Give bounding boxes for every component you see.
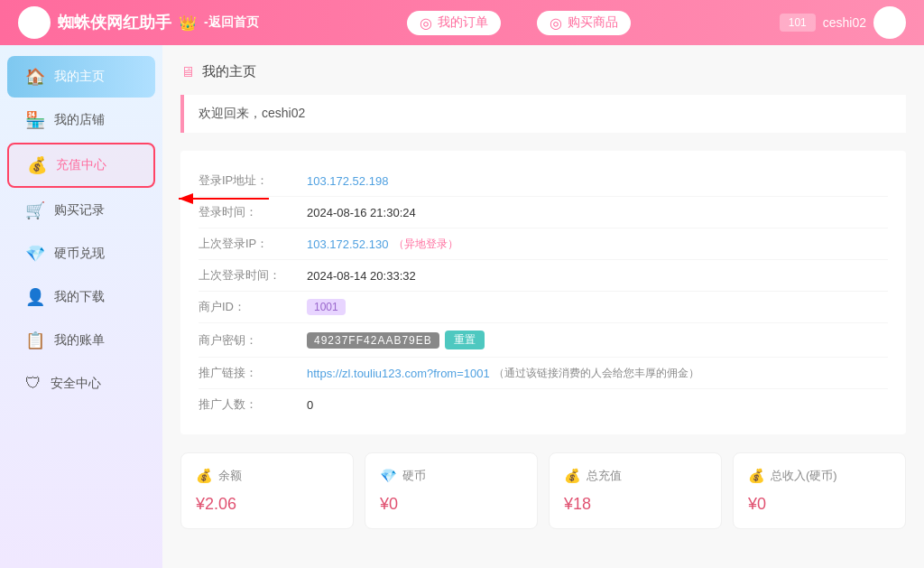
total-income-label: 总收入(硬币)	[771, 468, 837, 484]
info-row-promo-link: 推广链接： https://zl.touliu123.com?from=1001…	[199, 358, 888, 389]
buy-icon: ◎	[550, 14, 562, 32]
stat-balance-header: 💰 余额	[196, 468, 338, 484]
orders-icon: ◎	[420, 14, 432, 32]
spider-logo-icon: 🕷	[18, 6, 51, 39]
merchant-id-value: 1001	[307, 299, 346, 315]
user-info-grid: 登录IP地址： 103.172.52.198 登录时间： 2024-08-16 …	[180, 151, 906, 434]
shop-icon: 🏪	[25, 110, 45, 130]
merchant-id-label: 商户ID：	[199, 299, 307, 315]
shield-icon: 🛡	[25, 374, 42, 393]
home-icon: 🏠	[25, 67, 45, 87]
info-row-login-time: 登录时间： 2024-08-16 21:30:24	[199, 197, 888, 228]
login-time-value: 2024-08-16 21:30:24	[307, 206, 416, 219]
balance-icon: 💰	[196, 468, 213, 484]
page-header: 🖥 我的主页	[180, 63, 906, 80]
info-row-merchant-key: 商户密钥： 49237FF42AAB79EB 重置	[199, 323, 888, 358]
last-login-time-label: 上次登录时间：	[199, 267, 307, 284]
coins-label: 硬币	[402, 468, 426, 484]
sidebar-item-my-bill[interactable]: 📋 我的账单	[7, 320, 155, 361]
sidebar-item-my-download[interactable]: 👤 我的下载	[7, 276, 155, 318]
foreign-login-warning: （异地登录）	[393, 237, 458, 252]
sidebar-item-recharge[interactable]: 💰 充值中心	[7, 143, 155, 188]
sidebar-label-coin-redeem: 硬币兑现	[54, 246, 105, 262]
last-ip-value: 103.172.52.130	[307, 237, 388, 251]
sidebar-item-coin-redeem[interactable]: 💎 硬币兑现	[7, 233, 155, 275]
my-orders-label: 我的订单	[438, 14, 488, 31]
stat-card-total-income: 💰 总收入(硬币) ¥0	[733, 452, 906, 529]
reset-key-button[interactable]: 重置	[445, 331, 485, 349]
total-income-icon: 💰	[748, 468, 765, 484]
info-row-merchant-id: 商户ID： 1001	[199, 292, 888, 323]
diamond-icon: 💎	[25, 244, 45, 264]
sidebar-label-my-download: 我的下载	[54, 289, 105, 305]
top-navigation: 🕷 蜘蛛侠网红助手 👑 -返回首页 ◎ 我的订单 ◎ 购买商品 101 cesh…	[0, 0, 924, 45]
merchant-key-value: 49237FF42AAB79EB	[307, 332, 439, 349]
last-ip-label: 上次登录IP：	[199, 236, 307, 252]
coins-value: ¥0	[380, 495, 522, 514]
info-row-last-login-time: 上次登录时间： 2024-08-14 20:33:32	[199, 260, 888, 292]
sidebar-label-security: 安全中心	[51, 376, 101, 392]
welcome-bar: 欢迎回来，ceshi02	[180, 95, 906, 133]
page-header-icon: 🖥	[180, 64, 195, 80]
brand-title: 蜘蛛侠网红助手	[58, 12, 171, 33]
stat-card-coins: 💎 硬币 ¥0	[365, 452, 538, 529]
total-recharge-label: 总充值	[587, 468, 622, 484]
sidebar-label-my-home: 我的主页	[54, 69, 105, 85]
coins-icon: 💎	[380, 468, 397, 484]
stat-recharge-header: 💰 总充值	[564, 468, 707, 484]
total-income-value: ¥0	[748, 495, 891, 514]
referral-count-value: 0	[307, 398, 313, 412]
buy-goods-link[interactable]: ◎ 购买商品	[537, 11, 631, 35]
sidebar-item-purchase[interactable]: 🛒 购买记录	[7, 190, 155, 231]
stats-row: 💰 余额 ¥2.06 💎 硬币 ¥0 💰 总充值 ¥18	[180, 452, 906, 529]
total-recharge-value: ¥18	[564, 495, 707, 514]
buy-goods-label: 购买商品	[568, 14, 618, 31]
promo-link-note: （通过该链接消费的人会给您丰厚的佣金）	[494, 366, 699, 381]
promo-link-label: 推广链接：	[199, 365, 307, 381]
stat-card-total-recharge: 💰 总充值 ¥18	[549, 452, 722, 529]
bill-icon: 📋	[25, 331, 45, 350]
page-title: 我的主页	[202, 63, 256, 80]
total-recharge-icon: 💰	[564, 468, 581, 484]
username-label: ceshi02	[823, 15, 866, 30]
sidebar-label-purchase: 购买记录	[54, 202, 105, 219]
brand-section[interactable]: 🕷 蜘蛛侠网红助手 👑 -返回首页	[18, 6, 259, 39]
login-time-label: 登录时间：	[199, 204, 307, 220]
info-row-last-ip: 上次登录IP： 103.172.52.130 （异地登录）	[199, 228, 888, 260]
stat-coins-header: 💎 硬币	[380, 468, 522, 484]
login-ip-label: 登录IP地址：	[199, 172, 307, 189]
nav-center: ◎ 我的订单 ◎ 购买商品	[407, 11, 631, 35]
balance-value: ¥2.06	[196, 495, 338, 514]
my-orders-link[interactable]: ◎ 我的订单	[407, 11, 501, 35]
login-ip-value: 103.172.52.198	[307, 174, 388, 188]
crown-icon: 👑	[179, 14, 197, 32]
cart-icon: 🛒	[25, 200, 45, 220]
sidebar-item-security[interactable]: 🛡 安全中心	[7, 363, 155, 404]
info-row-referral-count: 推广人数： 0	[199, 389, 888, 420]
sidebar: 🏠 我的主页 🏪 我的店铺 💰 充值中心 🛒 购买记录 💎 硬币兑现 👤 我的下…	[0, 45, 162, 568]
stat-card-balance: 💰 余额 ¥2.06	[180, 452, 354, 529]
user-avatar-icon[interactable]: 🕷	[873, 6, 906, 39]
return-home-link[interactable]: -返回首页	[204, 14, 259, 31]
sidebar-item-my-shop[interactable]: 🏪 我的店铺	[7, 99, 155, 141]
last-login-time-value: 2024-08-14 20:33:32	[307, 269, 416, 283]
info-row-login-ip: 登录IP地址： 103.172.52.198	[199, 165, 888, 197]
sidebar-label-recharge: 充值中心	[56, 157, 106, 173]
merchant-key-label: 商户密钥：	[199, 332, 307, 349]
stat-income-header: 💰 总收入(硬币)	[748, 468, 891, 484]
sidebar-label-my-bill: 我的账单	[54, 332, 105, 349]
main-content-area: 🖥 我的主页 欢迎回来，ceshi02 登录IP地址： 103.172.52.1…	[162, 45, 924, 568]
balance-label: 余额	[218, 468, 242, 484]
welcome-text: 欢迎回来，ceshi02	[199, 106, 305, 120]
user-icon: 👤	[25, 287, 45, 307]
user-section: 101 ceshi02 🕷	[780, 6, 906, 39]
main-layout: 🏠 我的主页 🏪 我的店铺 💰 充值中心 🛒 购买记录 💎 硬币兑现 👤 我的下…	[0, 45, 924, 568]
sidebar-item-my-home[interactable]: 🏠 我的主页	[7, 56, 155, 98]
referral-count-label: 推广人数：	[199, 396, 307, 413]
recharge-icon: 💰	[27, 155, 47, 175]
promo-link-value[interactable]: https://zl.touliu123.com?from=1001	[307, 367, 490, 380]
user-level-badge: 101	[780, 14, 816, 32]
sidebar-label-my-shop: 我的店铺	[54, 112, 105, 128]
